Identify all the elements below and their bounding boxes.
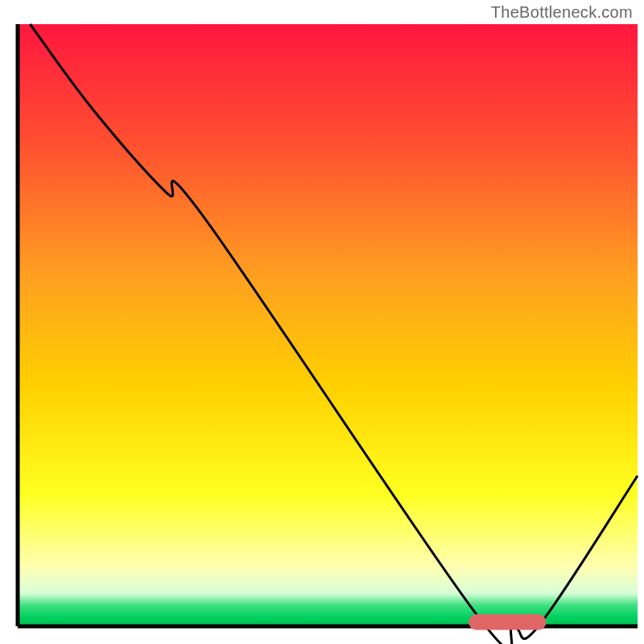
watermark-text: TheBottleneck.com [491,3,633,22]
chart-container: TheBottleneck.com [0,0,644,644]
plot-background [18,24,638,626]
bottleneck-plot [0,0,644,644]
